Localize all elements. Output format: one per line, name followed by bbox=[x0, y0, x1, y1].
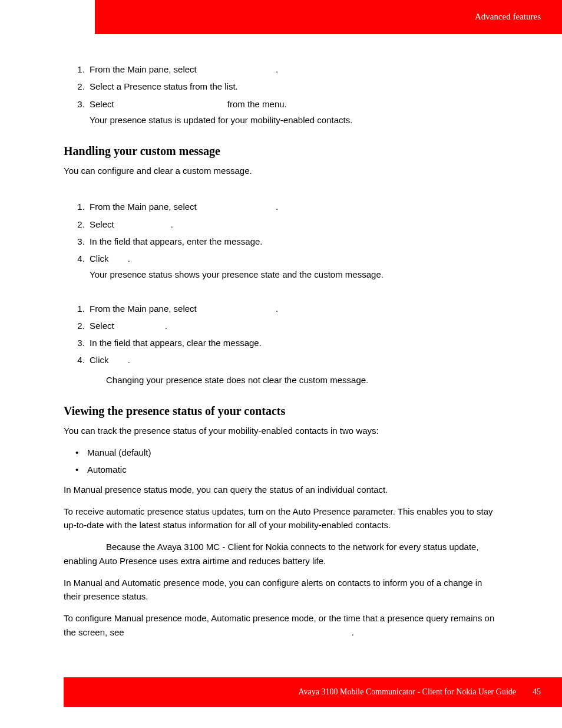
step: Select . bbox=[87, 218, 498, 231]
step-text: In the field that appears, clear the mes… bbox=[90, 338, 262, 348]
step-text: From the Main pane, select bbox=[90, 304, 199, 314]
list-item: Manual (default) bbox=[87, 446, 498, 459]
step-text: Select bbox=[90, 99, 117, 109]
step-text: Click bbox=[90, 253, 111, 263]
step-text: . bbox=[276, 304, 278, 314]
step-text: . bbox=[128, 253, 130, 263]
custom-intro: You can configure and clear a custom mes… bbox=[64, 164, 498, 177]
header-bar: Advanced features bbox=[95, 0, 562, 34]
step-text: Select bbox=[90, 219, 117, 229]
step-text: From the Main pane, select bbox=[90, 64, 199, 74]
step: From the Main pane, select . bbox=[87, 200, 498, 213]
step-result: Your presence status is updated for your… bbox=[90, 113, 498, 127]
list-item: Automatic bbox=[87, 463, 498, 476]
view-p2: To receive automatic presence status upd… bbox=[64, 505, 498, 532]
step-text: Click bbox=[90, 355, 111, 365]
step-text: . bbox=[276, 202, 278, 212]
header-section-label: Advanced features bbox=[475, 10, 541, 24]
step: Select a Presence status from the list. bbox=[87, 80, 498, 93]
page-content: From the Main pane, select . Select a Pr… bbox=[64, 59, 498, 647]
step-text: . bbox=[128, 355, 130, 365]
step: From the Main pane, select . bbox=[87, 62, 498, 76]
step: Click . Your presence status shows your … bbox=[87, 252, 498, 282]
step-text: Select a Presence status from the list. bbox=[90, 81, 238, 91]
step-text: . bbox=[165, 321, 167, 331]
step: From the Main pane, select . bbox=[87, 302, 498, 315]
update-status-steps: From the Main pane, select . Select a Pr… bbox=[64, 62, 498, 127]
step-result: Your presence status shows your presence… bbox=[90, 268, 498, 281]
heading-view-presence: Viewing the presence status of your cont… bbox=[64, 402, 498, 420]
footer-bar: Avaya 3100 Mobile Communicator - Client … bbox=[64, 677, 562, 707]
step: Select . bbox=[87, 319, 498, 332]
step-text: From the Main pane, select bbox=[90, 202, 199, 212]
footer-title: Avaya 3100 Mobile Communicator - Client … bbox=[299, 686, 517, 699]
view-p3: Because the Avaya 3100 MC - Client for N… bbox=[64, 540, 498, 568]
step-text: In the field that appears, enter the mes… bbox=[90, 236, 263, 246]
clear-custom-steps: From the Main pane, select . Select . In… bbox=[64, 302, 498, 367]
step: Select from the menu. Your presence stat… bbox=[87, 97, 498, 127]
step: Click . bbox=[87, 353, 498, 367]
heading-custom-message: Handling your custom message bbox=[64, 142, 498, 160]
set-custom-steps: From the Main pane, select . Select . In… bbox=[64, 200, 498, 281]
view-p1: In Manual presence status mode, you can … bbox=[64, 483, 498, 496]
step: In the field that appears, enter the mes… bbox=[87, 235, 498, 248]
step-text: from the menu. bbox=[227, 99, 287, 109]
view-p5: To configure Manual presence mode, Autom… bbox=[64, 611, 498, 639]
view-intro: You can track the presence status of you… bbox=[64, 424, 498, 437]
view-p5-text: To configure Manual presence mode, Autom… bbox=[64, 613, 494, 637]
view-p4: In Manual and Automatic presence mode, y… bbox=[64, 576, 498, 604]
clear-custom-note: Changing your presence state does not cl… bbox=[106, 373, 498, 387]
presence-modes-list: Manual (default) Automatic bbox=[64, 446, 498, 477]
step-text: . bbox=[171, 219, 173, 229]
step-text: . bbox=[276, 64, 278, 74]
view-p5-text: . bbox=[352, 627, 354, 637]
footer-page-number: 45 bbox=[533, 686, 541, 699]
step-text: Select bbox=[90, 321, 117, 331]
step: In the field that appears, clear the mes… bbox=[87, 336, 498, 350]
